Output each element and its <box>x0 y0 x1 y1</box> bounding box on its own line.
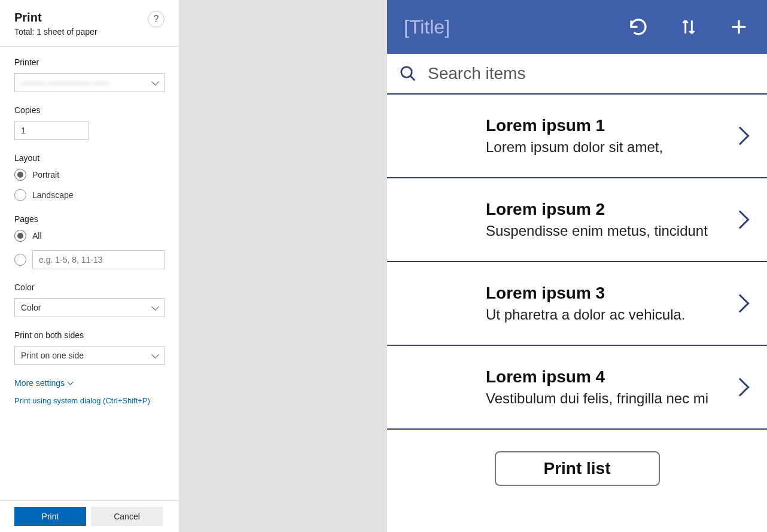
pages-custom-radio[interactable] <box>14 254 26 266</box>
duplex-select[interactable]: Print on one side <box>14 346 165 365</box>
sort-icon[interactable] <box>677 16 700 38</box>
list-item[interactable]: Lorem ipsum 4 Vestibulum dui felis, frin… <box>387 346 767 430</box>
question-icon: ? <box>154 14 159 25</box>
item-title: Lorem ipsum 3 <box>486 284 733 303</box>
print-button[interactable]: Print <box>14 507 86 526</box>
printer-value: ——— ————— —— <box>21 78 109 87</box>
print-footer: Print Cancel <box>0 500 179 532</box>
app-header: [Title] <box>387 0 767 54</box>
layout-label: Layout <box>14 153 165 163</box>
color-label: Color <box>14 282 165 292</box>
item-subtitle: Vestibulum dui felis, fringilla nec mi <box>486 390 733 407</box>
cancel-button[interactable]: Cancel <box>91 507 163 526</box>
layout-landscape-radio[interactable] <box>14 189 26 201</box>
search-row[interactable]: Search items <box>387 54 767 95</box>
print-list-button[interactable]: Print list <box>495 451 660 486</box>
item-title: Lorem ipsum 1 <box>486 116 733 135</box>
item-subtitle: Ut pharetra a dolor ac vehicula. <box>486 306 733 323</box>
pages-label: Pages <box>14 214 165 224</box>
chevron-right-icon <box>731 126 749 145</box>
item-subtitle: Lorem ipsum dolor sit amet, <box>486 139 733 156</box>
app-title: [Title] <box>404 16 599 38</box>
printer-select[interactable]: ——— ————— —— <box>14 73 165 92</box>
print-title: Print <box>14 11 98 25</box>
app-page: [Title] Search items Lorem ips <box>387 0 767 532</box>
layout-portrait-label: Portrait <box>32 170 59 180</box>
chevron-right-icon <box>731 294 749 312</box>
help-button[interactable]: ? <box>148 11 165 28</box>
layout-landscape-label: Landscape <box>32 190 74 200</box>
system-dialog-link[interactable]: Print using system dialog (Ctrl+Shift+P) <box>14 396 165 405</box>
print-header: Print Total: 1 sheet of paper ? <box>0 0 179 47</box>
chevron-right-icon <box>731 210 749 229</box>
color-select[interactable]: Color <box>14 298 165 317</box>
copies-label: Copies <box>14 105 165 115</box>
pages-all-radio[interactable] <box>14 230 26 242</box>
print-preview-area <box>179 0 387 532</box>
duplex-value: Print on one side <box>21 351 84 360</box>
item-subtitle: Suspendisse enim metus, tincidunt <box>486 223 733 239</box>
layout-portrait-radio[interactable] <box>14 169 26 181</box>
search-placeholder: Search items <box>428 64 525 83</box>
chevron-down-icon <box>68 379 74 385</box>
item-title: Lorem ipsum 4 <box>486 367 733 387</box>
copies-input[interactable] <box>14 121 89 140</box>
pages-custom-input[interactable] <box>32 250 165 269</box>
printer-label: Printer <box>14 57 165 67</box>
list-item[interactable]: Lorem ipsum 3 Ut pharetra a dolor ac veh… <box>387 262 767 346</box>
pages-all-label: All <box>32 231 42 241</box>
svg-point-0 <box>401 67 412 78</box>
print-panel: Print Total: 1 sheet of paper ? Printer … <box>0 0 179 532</box>
chevron-right-icon <box>731 378 749 396</box>
refresh-icon[interactable] <box>627 16 650 38</box>
item-title: Lorem ipsum 2 <box>486 200 733 219</box>
search-icon <box>399 65 417 83</box>
list-item[interactable]: Lorem ipsum 2 Suspendisse enim metus, ti… <box>387 178 767 262</box>
list-item[interactable]: Lorem ipsum 1 Lorem ipsum dolor sit amet… <box>387 95 767 178</box>
print-list-label: Print list <box>543 459 610 478</box>
color-value: Color <box>21 303 41 312</box>
more-settings-link[interactable]: More settings <box>14 378 72 388</box>
add-icon[interactable] <box>728 16 750 38</box>
print-body: Printer ——— ————— —— Copies Layout Portr… <box>0 47 179 500</box>
item-list: Lorem ipsum 1 Lorem ipsum dolor sit amet… <box>387 95 767 532</box>
print-subtitle: Total: 1 sheet of paper <box>14 27 98 37</box>
more-settings-label: More settings <box>14 378 65 388</box>
duplex-label: Print on both sides <box>14 330 165 340</box>
